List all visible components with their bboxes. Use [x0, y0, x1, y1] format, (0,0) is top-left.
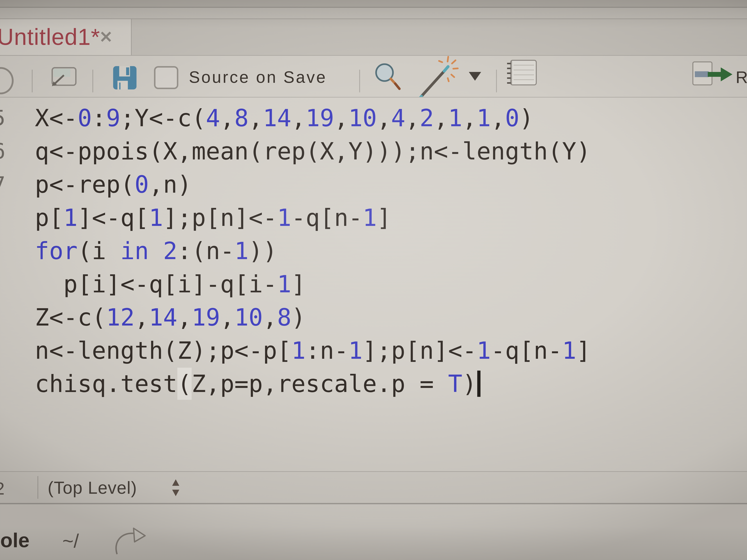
line-number: [0, 367, 5, 400]
compile-notebook-button[interactable]: [506, 59, 539, 87]
toolbar-separator: [32, 70, 32, 92]
editor-status-bar: 2 (Top Level): [0, 472, 747, 503]
code-token: 1: [448, 104, 462, 132]
scope-updown-caret-icon[interactable]: [172, 479, 179, 496]
code-token: 12: [106, 303, 135, 331]
code-token: ]<-q[: [78, 204, 149, 231]
toolbar-separator: [359, 70, 360, 92]
code-token: 1: [63, 204, 78, 231]
run-button[interactable]: Run: [692, 61, 747, 90]
code-token: (: [177, 370, 191, 398]
code-token: :: [92, 104, 106, 132]
code-editor[interactable]: 567 X<-0:9;Y<-c(4,8,14,19,10,4,2,1,1,0)q…: [0, 98, 747, 471]
curved-arrow-icon: [112, 527, 152, 556]
code-token: 1: [234, 237, 249, 265]
caret-up-icon: [172, 479, 179, 486]
code-token: 4: [391, 104, 406, 132]
console-title: Console: [0, 529, 29, 552]
code-token: ): [291, 303, 306, 331]
code-token: )): [249, 237, 277, 265]
code-line[interactable]: for(i in 2:(n-1)): [35, 234, 591, 268]
source-on-save-checkbox[interactable]: [154, 66, 178, 89]
code-token: ,: [334, 104, 349, 132]
code-token: p<-rep(: [35, 170, 134, 198]
code-token: p[i]<-q[i]-q[i-: [35, 270, 277, 298]
source-on-save-label[interactable]: Source on Save: [189, 68, 327, 87]
code-token: ,: [291, 104, 306, 132]
magic-wand-icon: [414, 54, 465, 101]
code-token: 1: [476, 104, 491, 132]
code-tools-button[interactable]: [414, 54, 465, 102]
popout-window-button[interactable]: [48, 66, 77, 87]
run-button-label: Run: [736, 68, 747, 87]
tab-close-icon[interactable]: ✕: [99, 28, 113, 47]
code-token: ]: [377, 204, 391, 231]
console-pane-header: Console ~/: [0, 504, 747, 560]
caret-down-icon: [172, 490, 179, 496]
code-tools-dropdown-caret-icon[interactable]: [469, 72, 481, 81]
code-token: ]: [291, 270, 306, 298]
console-working-directory: ~/: [62, 530, 79, 552]
code-token: 14: [263, 104, 291, 132]
code-token: p[: [35, 204, 63, 231]
code-token: :(n-: [177, 237, 234, 265]
code-token: ,: [491, 104, 505, 132]
find-replace-button[interactable]: [373, 62, 407, 95]
line-number: 5: [0, 102, 5, 135]
code-token: 8: [277, 303, 291, 331]
code-token: ,n): [149, 170, 191, 198]
code-line[interactable]: p<-rep(0,n): [35, 168, 591, 201]
code-token: ]: [576, 337, 591, 364]
code-token: 2: [163, 237, 177, 265]
console-top-line: [0, 503, 747, 504]
code-token: 0: [505, 104, 519, 132]
code-token: 4: [206, 104, 220, 132]
magnifying-glass-icon: [373, 62, 407, 95]
code-token: 2: [419, 104, 434, 132]
toolbar-separator: [496, 70, 497, 92]
statusbar-separator: [37, 476, 38, 499]
code-line[interactable]: q<-ppois(X,mean(rep(X,Y)));n<-length(Y): [35, 135, 591, 168]
back-arrow-icon[interactable]: [0, 67, 14, 94]
goto-working-directory-arrow-icon[interactable]: [112, 527, 152, 557]
line-number: [0, 334, 5, 367]
source-toolbar: Source on Save: [0, 56, 747, 97]
line-number-gutter: 567: [0, 102, 5, 400]
code-token: n<-length(Z);p<-p[: [35, 337, 291, 364]
code-token: -q[n-: [491, 337, 562, 364]
code-line[interactable]: X<-0:9;Y<-c(4,8,14,19,10,4,2,1,1,0): [35, 102, 591, 135]
scope-selector-label[interactable]: (Top Level): [48, 478, 137, 498]
run-icon: [692, 61, 735, 86]
code-token: ,: [249, 104, 263, 132]
tab-bar: Untitled1* ✕: [0, 19, 747, 55]
tab-title: Untitled1*: [0, 24, 100, 50]
code-token: chisq.test: [35, 370, 177, 398]
code-token: 1: [476, 337, 491, 364]
code-line[interactable]: Z<-c(12,14,19,10,8): [35, 301, 591, 334]
code-line[interactable]: chisq.test(Z,p=p,rescale.p = T): [35, 367, 591, 400]
code-token: 10: [349, 104, 377, 132]
code-line[interactable]: p[i]<-q[i]-q[i-1]: [35, 268, 591, 301]
code-token: ];p[n]<-: [363, 337, 476, 364]
save-button[interactable]: [112, 65, 138, 91]
line-number: [0, 201, 5, 234]
code-token: 9: [106, 104, 121, 132]
cursor-position-fragment: 2: [0, 478, 4, 499]
text-cursor: [477, 371, 481, 397]
tab-untitled1[interactable]: Untitled1* ✕: [0, 19, 132, 55]
code-token: 1: [291, 337, 306, 364]
code-token: T: [448, 370, 462, 398]
code-token: :n-: [306, 337, 349, 364]
code-token: -q[n-: [291, 204, 363, 231]
code-token: ,: [263, 303, 277, 331]
code-token: ,: [177, 303, 191, 331]
code-line[interactable]: n<-length(Z);p<-p[1:n-1];p[n]<-1-q[n-1]: [35, 334, 591, 367]
code-line[interactable]: p[1]<-q[1];p[n]<-1-q[n-1]: [35, 201, 591, 234]
code-token: 1: [363, 204, 377, 231]
code-token: 1: [562, 337, 576, 364]
code-token: for: [35, 237, 78, 265]
floppy-disk-icon: [112, 65, 138, 91]
code-token: ): [519, 104, 534, 132]
popout-window-icon: [48, 66, 77, 87]
line-number: [0, 301, 5, 334]
